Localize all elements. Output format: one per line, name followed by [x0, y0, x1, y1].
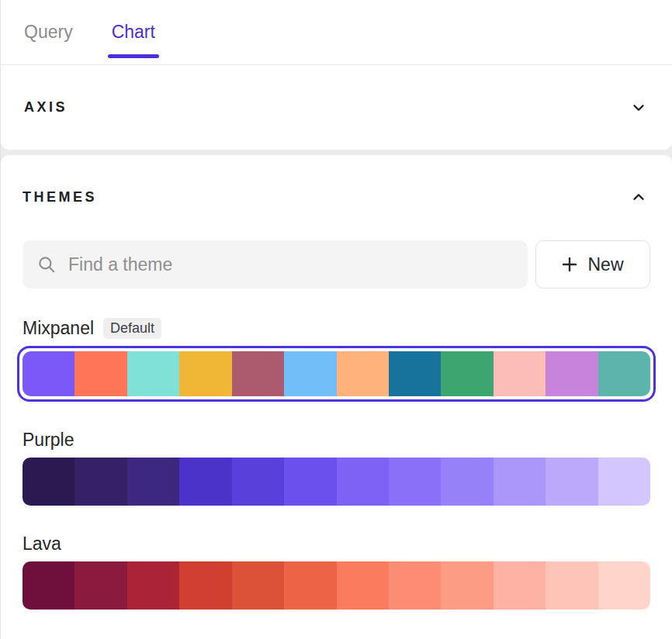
theme-name: Lava [23, 534, 61, 554]
theme-label-row: Purple [23, 428, 650, 451]
tab-active-underline [108, 54, 159, 58]
color-swatch [389, 351, 441, 396]
color-swatch [127, 351, 179, 396]
color-swatch [284, 458, 336, 506]
color-swatch [441, 458, 493, 506]
theme-name: Mixpanel [23, 318, 94, 339]
color-swatch [598, 458, 650, 506]
color-swatch [23, 561, 74, 610]
tab-query-label: Query [24, 22, 73, 43]
new-theme-button-label: New [587, 254, 623, 275]
themes-section-title: THEMES [23, 189, 97, 206]
color-swatch [232, 458, 284, 506]
color-swatch [179, 351, 231, 396]
theme-swatch-row[interactable] [23, 561, 650, 610]
themes-section: THEMES New MixpanelDefaultPurpleLavaMist [1, 155, 672, 639]
color-swatch [284, 351, 336, 396]
color-swatch [127, 458, 179, 506]
theme-swatch-row[interactable] [23, 458, 650, 506]
color-swatch [598, 351, 650, 396]
tab-chart-label: Chart [112, 22, 155, 43]
card-divider-gap [1, 150, 672, 155]
default-badge: Default [103, 318, 161, 339]
color-swatch [494, 351, 546, 396]
color-swatch [179, 561, 231, 610]
color-swatch [546, 561, 598, 610]
axis-section-title: AXIS [24, 99, 68, 116]
selected-theme-frame[interactable] [17, 346, 656, 402]
color-swatch [546, 458, 598, 506]
plus-icon [562, 257, 577, 272]
theme-swatch-row[interactable] [23, 351, 650, 396]
color-swatch [389, 458, 441, 506]
tabbar: Query Chart [1, 0, 672, 65]
color-swatch [441, 561, 493, 610]
color-swatch [232, 561, 284, 610]
themes-toolbar: New [23, 240, 650, 288]
color-swatch [127, 561, 179, 610]
color-swatch [179, 458, 231, 506]
theme-search-input[interactable] [68, 254, 514, 275]
tab-chart[interactable]: Chart [112, 0, 155, 64]
chevron-up-icon [630, 188, 647, 206]
color-swatch [284, 561, 336, 610]
color-swatch [74, 458, 126, 506]
axis-section-header[interactable]: AXIS [1, 65, 672, 150]
themes-section-header[interactable]: THEMES [23, 174, 650, 220]
theme-label-row: Lava [23, 532, 650, 555]
color-swatch [337, 351, 389, 396]
theme-list: MixpanelDefaultPurpleLavaMist [23, 316, 650, 639]
new-theme-button[interactable]: New [535, 240, 650, 288]
color-swatch [74, 351, 126, 396]
chart-settings-panel: Query Chart AXIS THEMES New Mixpanel [0, 0, 672, 639]
color-swatch [74, 561, 126, 610]
color-swatch [598, 561, 650, 610]
color-swatch [441, 351, 493, 396]
color-swatch [389, 561, 441, 610]
color-swatch [494, 458, 546, 506]
color-swatch [23, 351, 74, 396]
tab-query[interactable]: Query [24, 0, 73, 64]
color-swatch [546, 351, 598, 396]
theme-label-row: MixpanelDefault [23, 316, 650, 340]
chevron-down-icon [630, 99, 647, 116]
color-swatch [23, 458, 74, 506]
theme-search-box[interactable] [23, 240, 528, 288]
color-swatch [232, 351, 284, 396]
theme-label-row: Mist [23, 636, 650, 639]
color-swatch [337, 561, 389, 610]
theme-name: Purple [23, 430, 74, 451]
search-icon [36, 254, 57, 275]
color-swatch [337, 458, 389, 506]
color-swatch [494, 561, 546, 610]
